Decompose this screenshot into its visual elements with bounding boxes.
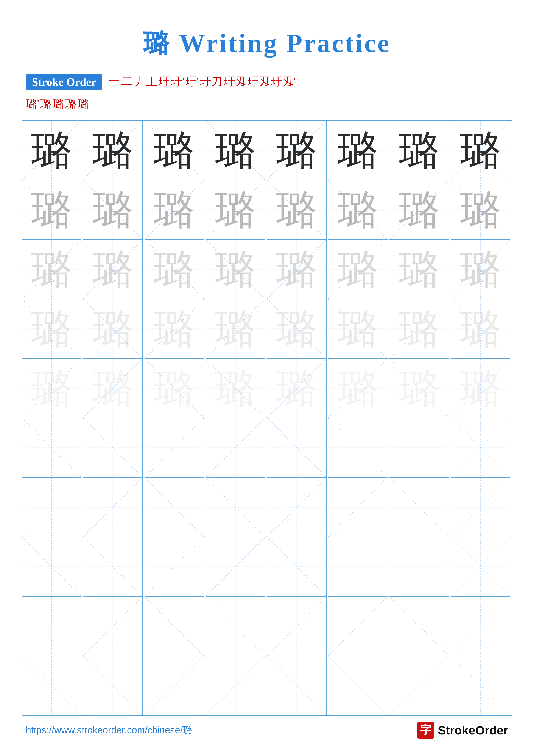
grid-cell: 璐 (83, 121, 142, 180)
practice-char: 璐 (460, 130, 501, 171)
grid-cell (390, 597, 449, 656)
practice-char: 璐 (154, 130, 194, 171)
practice-char: 璐 (276, 368, 317, 409)
practice-char: 璐 (31, 249, 72, 290)
stroke-16: 璐 (78, 96, 89, 112)
practice-char: 璐 (337, 249, 378, 290)
practice-char: 璐 (399, 368, 440, 409)
grid-cell (206, 477, 265, 537)
stroke-6: 玗' (171, 74, 184, 89)
grid-cell (451, 537, 510, 597)
practice-char: 璐 (337, 189, 378, 230)
grid-cell (267, 418, 327, 477)
grid-cell: 璐 (83, 180, 142, 240)
practice-grid: 璐 璐 璐 璐 璐 璐 璐 璐 璐 (21, 120, 513, 716)
practice-char: 璐 (399, 130, 440, 171)
grid-cell: 璐 (267, 240, 327, 299)
stroke-7: 玗' (186, 74, 199, 89)
grid-cell: 璐 (390, 240, 449, 299)
grid-cell (390, 537, 449, 597)
grid-cell (22, 656, 81, 716)
grid-cell: 璐 (328, 359, 388, 418)
grid-cell: 璐 (206, 180, 265, 240)
stroke-12: 璐' (26, 96, 39, 112)
grid-cell (390, 656, 449, 716)
grid-cell (328, 477, 388, 537)
grid-cell: 璐 (328, 240, 388, 299)
stroke-11: 玗刄' (271, 74, 295, 89)
grid-cell (451, 597, 510, 656)
stroke-1: 一 (109, 74, 120, 89)
grid-cell: 璐 (83, 240, 142, 299)
grid-cell: 璐 (22, 121, 81, 180)
stroke-14: 璐 (53, 96, 64, 112)
practice-char: 璐 (399, 189, 440, 230)
practice-char: 璐 (154, 249, 194, 290)
grid-cell (22, 537, 81, 597)
grid-cell: 璐 (451, 121, 510, 180)
practice-char: 璐 (31, 309, 72, 349)
grid-cell (267, 597, 327, 656)
practice-char: 璐 (92, 130, 133, 171)
grid-cell: 璐 (390, 121, 449, 180)
stroke-4: 王 (146, 74, 157, 89)
footer-logo: 字 StrokeOrder (417, 721, 508, 739)
grid-cell (144, 537, 204, 597)
grid-cell (144, 418, 204, 477)
stroke-15: 璐 (65, 96, 76, 112)
grid-cell: 璐 (390, 180, 449, 240)
grid-cell: 璐 (451, 359, 510, 418)
grid-cell (267, 537, 327, 597)
stroke-3: ㇓ (134, 74, 145, 89)
grid-cell: 璐 (267, 299, 327, 359)
grid-cell: 璐 (267, 180, 327, 240)
grid-cell: 璐 (328, 299, 388, 359)
grid-cell (83, 597, 142, 656)
grid-cell: 璐 (206, 299, 265, 359)
grid-cell (390, 477, 449, 537)
grid-cell (328, 418, 388, 477)
practice-char: 璐 (154, 189, 194, 230)
grid-cell: 璐 (390, 359, 449, 418)
grid-cell (144, 477, 204, 537)
grid-cell (267, 477, 327, 537)
practice-char: 璐 (337, 309, 378, 349)
practice-char: 璐 (276, 130, 317, 171)
grid-cell: 璐 (22, 240, 81, 299)
grid-cell (451, 656, 510, 716)
grid-cell: 璐 (451, 299, 510, 359)
grid-cell: 璐 (144, 240, 204, 299)
practice-char: 璐 (92, 249, 133, 290)
practice-char: 璐 (276, 189, 317, 230)
grid-cell (83, 537, 142, 597)
practice-char: 璐 (276, 249, 317, 290)
grid-cell (206, 418, 265, 477)
stroke-sequence: 一 二 ㇓ 王 玗 玗' 玗' 玗刀 玗刄 玗刄 玗刄' (109, 74, 508, 89)
stroke-10: 玗刄 (247, 74, 270, 89)
stroke-8: 玗刀 (200, 74, 222, 89)
practice-char: 璐 (92, 189, 133, 230)
grid-cell: 璐 (206, 359, 265, 418)
grid-cell: 璐 (451, 240, 510, 299)
stroke-9: 玗刄 (224, 74, 246, 89)
practice-char: 璐 (460, 309, 501, 349)
grid-cell (206, 537, 265, 597)
grid-cell: 璐 (22, 299, 81, 359)
practice-char: 璐 (460, 189, 501, 230)
practice-char: 璐 (215, 368, 256, 409)
stroke-order-badge: Stroke Order (26, 74, 102, 90)
practice-char: 璐 (31, 368, 72, 409)
stroke-2: 二 (121, 74, 132, 89)
grid-cell (22, 418, 81, 477)
grid-cell: 璐 (390, 299, 449, 359)
practice-char: 璐 (215, 189, 256, 230)
practice-char: 璐 (215, 249, 256, 290)
grid-cell (83, 656, 142, 716)
grid-cell (390, 418, 449, 477)
footer-url: https://www.strokeorder.com/chinese/璐 (26, 724, 192, 737)
grid-cell (83, 418, 142, 477)
practice-char: 璐 (31, 189, 72, 230)
grid-cell: 璐 (451, 180, 510, 240)
grid-cell (144, 597, 204, 656)
practice-char: 璐 (460, 249, 501, 290)
